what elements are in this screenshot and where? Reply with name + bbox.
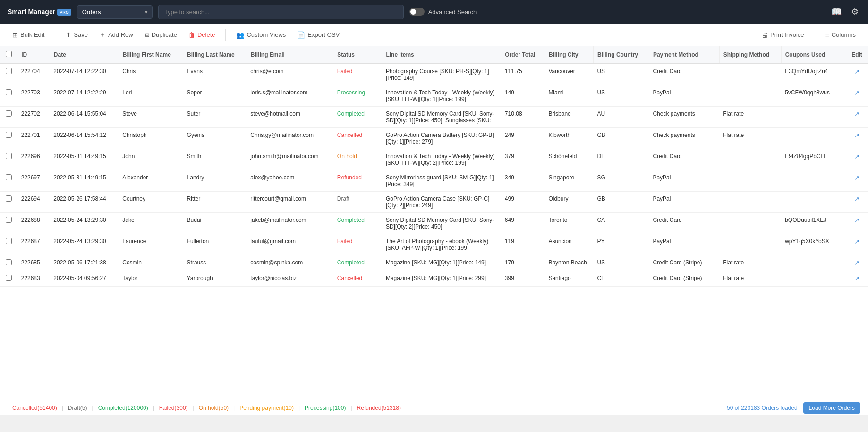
row-first-name: Courtney <box>119 192 183 213</box>
status-pending[interactable]: Pending payment(10) <box>235 405 298 411</box>
columns-button[interactable]: ≡ Columns <box>821 28 860 42</box>
row-edit-cell[interactable]: ↗ <box>846 107 868 128</box>
header: Smart ManagerPRO Orders Products Custome… <box>0 0 868 24</box>
row-city: Asuncion <box>545 234 593 255</box>
row-id: 222702 <box>17 107 50 128</box>
row-checkbox-cell[interactable] <box>0 85 17 107</box>
row-checkbox-cell[interactable] <box>0 128 17 149</box>
row-edit-link[interactable]: ↗ <box>854 89 859 96</box>
orders-loaded-text: 50 of 223183 Orders loaded <box>727 405 797 411</box>
row-date: 2022-05-31 14:49:15 <box>50 170 119 192</box>
status-onhold[interactable]: On hold(50) <box>194 405 233 411</box>
row-checkbox[interactable] <box>6 68 12 74</box>
row-edit-link[interactable]: ↗ <box>854 195 859 203</box>
row-country: DE <box>593 149 649 170</box>
custom-views-button[interactable]: 👥 Custom Views <box>231 28 290 42</box>
row-edit-cell[interactable]: ↗ <box>846 64 868 85</box>
row-checkbox-cell[interactable] <box>0 170 17 192</box>
row-edit-link[interactable]: ↗ <box>854 275 859 282</box>
add-row-button[interactable]: ＋ Add Row <box>94 28 138 42</box>
row-total: 149 <box>501 85 545 107</box>
row-shipping <box>719 149 781 170</box>
row-id: 222703 <box>17 85 50 107</box>
status-processing[interactable]: Processing(100) <box>300 405 350 411</box>
status-refunded[interactable]: Refunded(51318) <box>352 405 406 411</box>
status-draft[interactable]: Draft(5) <box>63 405 92 411</box>
row-checkbox[interactable] <box>6 195 12 202</box>
print-invoice-button[interactable]: 🖨 Print Invoice <box>757 28 809 42</box>
row-edit-link[interactable]: ↗ <box>854 217 859 224</box>
row-checkbox[interactable] <box>6 259 12 265</box>
row-edit-cell[interactable]: ↗ <box>846 255 868 271</box>
row-checkbox-cell[interactable] <box>0 213 17 234</box>
row-last-name: Ritter <box>183 192 247 213</box>
row-edit-link[interactable]: ↗ <box>854 259 859 266</box>
row-edit-cell[interactable]: ↗ <box>846 213 868 234</box>
row-edit-cell[interactable]: ↗ <box>846 128 868 149</box>
delete-button[interactable]: 🗑 Delete <box>184 28 220 42</box>
row-checkbox[interactable] <box>6 275 12 281</box>
row-checkbox[interactable] <box>6 110 12 117</box>
advanced-search-toggle[interactable]: Advanced Search <box>409 8 477 16</box>
row-checkbox[interactable] <box>6 89 12 95</box>
bulk-edit-button[interactable]: ⊞ Bulk Edit <box>8 28 49 42</box>
toolbar-sep-2 <box>225 29 226 41</box>
row-checkbox[interactable] <box>6 153 12 159</box>
row-checkbox[interactable] <box>6 238 12 244</box>
table-row: 222688 2022-05-24 13:29:30 Jake Budai ja… <box>0 213 868 234</box>
row-edit-link[interactable]: ↗ <box>854 153 859 160</box>
select-all-checkbox[interactable] <box>6 51 12 57</box>
load-more-button[interactable]: Load More Orders <box>803 402 860 414</box>
gear-icon[interactable]: ⚙ <box>849 5 860 19</box>
table-container[interactable]: ID Date Billing First Name Billing Last … <box>0 46 868 400</box>
table-row: 222704 2022-07-14 12:22:30 Chris Evans c… <box>0 64 868 85</box>
save-button[interactable]: ⬆ Save <box>61 28 93 42</box>
row-checkbox-cell[interactable] <box>0 271 17 287</box>
row-edit-cell[interactable]: ↗ <box>846 234 868 255</box>
row-checkbox-cell[interactable] <box>0 255 17 271</box>
row-payment: Check payments <box>649 107 719 128</box>
row-date: 2022-06-14 15:54:12 <box>50 128 119 149</box>
row-checkbox-cell[interactable] <box>0 192 17 213</box>
row-total: 649 <box>501 213 545 234</box>
duplicate-button[interactable]: ⧉ Duplicate <box>140 28 182 42</box>
row-status: Draft <box>333 192 382 213</box>
status-completed[interactable]: Completed(120000) <box>94 405 153 411</box>
row-country: CA <box>593 213 649 234</box>
row-edit-cell[interactable]: ↗ <box>846 170 868 192</box>
row-country: US <box>593 64 649 85</box>
row-total: 119 <box>501 234 545 255</box>
status-failed[interactable]: Failed(300) <box>154 405 193 411</box>
status-cancelled[interactable]: Cancelled(51400) <box>8 405 62 411</box>
row-edit-link[interactable]: ↗ <box>854 110 859 118</box>
row-checkbox[interactable] <box>6 132 12 138</box>
entity-select-wrapper[interactable]: Orders Products Customers Coupons <box>77 5 153 19</box>
book-icon[interactable]: 📖 <box>829 5 843 19</box>
row-country: US <box>593 255 649 271</box>
row-checkbox[interactable] <box>6 174 12 180</box>
row-edit-link[interactable]: ↗ <box>854 132 859 139</box>
row-edit-cell[interactable]: ↗ <box>846 192 868 213</box>
row-total: 399 <box>501 271 545 287</box>
row-checkbox-cell[interactable] <box>0 64 17 85</box>
export-csv-button[interactable]: 📄 Export CSV <box>292 28 344 42</box>
row-edit-cell[interactable]: ↗ <box>846 85 868 107</box>
row-checkbox-cell[interactable] <box>0 107 17 128</box>
advanced-search-switch[interactable] <box>409 8 425 16</box>
th-checkbox[interactable] <box>0 46 17 64</box>
row-edit-link[interactable]: ↗ <box>854 68 859 75</box>
row-payment: Check payments <box>649 128 719 149</box>
row-edit-cell[interactable]: ↗ <box>846 149 868 170</box>
row-status: Completed <box>333 213 382 234</box>
row-coupons: E3QmYdUojrZu4 <box>781 64 846 85</box>
row-edit-link[interactable]: ↗ <box>854 174 859 181</box>
row-edit-cell[interactable]: ↗ <box>846 271 868 287</box>
search-input[interactable] <box>158 5 404 19</box>
row-checkbox-cell[interactable] <box>0 149 17 170</box>
row-edit-link[interactable]: ↗ <box>854 238 859 245</box>
save-label: Save <box>74 31 88 38</box>
th-billing-email: Billing Email <box>247 46 333 64</box>
row-checkbox-cell[interactable] <box>0 234 17 255</box>
entity-select[interactable]: Orders Products Customers Coupons <box>77 5 153 19</box>
row-checkbox[interactable] <box>6 217 12 223</box>
